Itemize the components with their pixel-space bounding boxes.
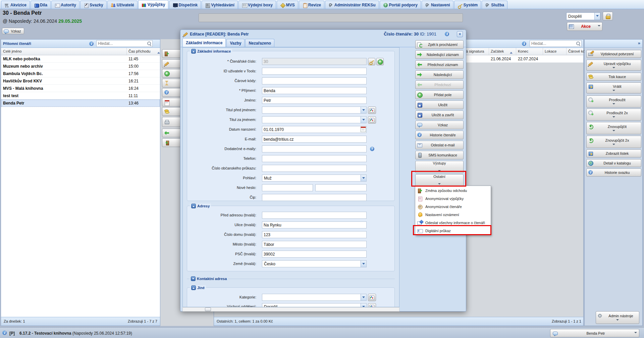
edit-list-button[interactable] [368,107,376,114]
collapse-icon[interactable] [191,49,196,54]
table-row-selected[interactable]: Benda Petr13:46 [1,99,160,107]
column-header-time[interactable]: Čas příchodu [128,49,150,53]
tab-sluzba[interactable]: Služba [482,1,507,9]
titul-za-select[interactable] [262,116,367,123]
tisk-kauce-button[interactable]: Tisk kauce [586,73,641,81]
tab-dila[interactable]: Díla [31,1,51,9]
tab-vazby[interactable]: Vazby [226,39,245,47]
edit-list-button[interactable] [368,303,376,307]
table-row[interactable]: MVS - Malá knihovna16:24 [1,85,160,92]
collapse-icon[interactable] [191,285,196,290]
expand-icon[interactable] [191,276,196,281]
calendar-icon[interactable] [361,127,366,132]
info-icon[interactable] [522,41,526,46]
menu-item-nastaveni-oznameni[interactable]: Nastavení oznámení [416,211,490,219]
upravit-vypujcku-button[interactable]: Upravit výpůjčku [586,60,641,71]
prodlouzit-button[interactable]: Prodloužit [586,95,641,108]
akce-button[interactable]: Akce [567,22,602,31]
vratit-button[interactable]: Vrátit [586,82,641,93]
psc-field[interactable] [262,251,367,258]
ulozit-a-zavrit-button[interactable]: Uložit a zavřít [415,111,464,119]
jmeno-field[interactable] [262,97,367,104]
tab-vydejni-boxy[interactable]: Výdejní boxy [238,1,276,9]
column-header-signatura[interactable]: á signatura [466,49,484,53]
predchozi-button[interactable]: Předchozí [415,80,464,89]
titul-pred-select[interactable] [262,107,367,114]
datum-narozeni-field[interactable] [262,126,367,133]
detail-v-katalogu-button[interactable]: Detail v katalogu [586,159,641,167]
tab-uzivatele[interactable]: Uživatelé [107,1,138,9]
info-icon[interactable] [2,330,7,335]
readers-search-input[interactable] [96,40,153,47]
collapse-icon[interactable] [191,204,196,208]
cip-field[interactable] [262,194,367,201]
tab-administrator-reksu[interactable]: Administrátor REKSu [325,1,379,9]
pohlavi-select[interactable]: Muž [262,175,367,182]
menu-item-anonymizovat-vypujcky[interactable]: Anonymizovat výpůjčky [416,195,490,203]
column-header-lokace[interactable]: Lokace [545,49,556,53]
menu-item-zmena-zpusobu-odchodu[interactable]: Změna způsobu odchodu [416,187,490,195]
pridat-pole-button[interactable]: Přidat pole [415,90,464,99]
znovupujcit-button[interactable]: Znovupůjčit [586,122,641,134]
zpet-k-prochazeni-button[interactable]: Zpět k procházení [415,40,464,49]
dodatecne-emaily-field[interactable] [262,145,367,152]
nove-heslo-confirm-field[interactable] [315,184,367,191]
email-field[interactable] [262,136,367,143]
form-h-scrollbar[interactable] [182,307,399,312]
vytisknout-potvrzeni-button[interactable]: Vytisknout potvrzení [586,50,641,58]
ulice-field[interactable] [262,221,367,228]
lock-button[interactable] [603,12,613,20]
table-row[interactable]: MLK nebo pobočka11:45 [1,55,160,63]
sms-komunikace-button[interactable]: SMS komunikace [415,151,464,159]
vystupy-button[interactable]: Výstupy [415,161,464,173]
table-row[interactable]: Bambula Vojtěch Bc.17:56 [1,70,160,77]
predchozi-zaznam-button[interactable]: Předchozí záznam [415,60,464,69]
vzkaz-button[interactable]: Vzkaz [2,28,24,34]
tab-vypujcky[interactable]: Výpůjčky [138,0,169,9]
key-button[interactable] [368,58,375,65]
zobrazit-listek-button[interactable]: Zobrazit lístek [586,149,641,157]
loans-search-input[interactable] [530,40,582,47]
tab-system[interactable]: Systém [454,1,481,9]
odeslat-email-button[interactable]: Odeslat e-mail [415,141,464,149]
ostatni-button[interactable]: Ostatní [415,174,464,186]
cislo-domu-field[interactable] [262,231,367,238]
historie-ctenare-button[interactable]: Historie čtenáře [415,131,464,139]
zeme-select[interactable]: Česko [262,260,367,267]
tab-dispecink[interactable]: Dispečink [169,1,201,9]
tab-portal-podpory[interactable]: Portál podpory [380,1,421,9]
info-icon[interactable] [89,41,94,46]
tab-revize[interactable]: Revize [299,1,324,9]
menu-item-anonymizovat-ctenare[interactable]: Anonymizovat čtenáře [416,203,490,211]
table-row[interactable]: Havlíčkův Brod KKV16:21 [1,77,160,85]
help-icon[interactable] [370,146,375,152]
department-select[interactable]: Dospělí [566,12,600,20]
menu-item-digitalni-prukaz[interactable]: Digitální průkaz [416,227,490,235]
add-number-button[interactable] [376,58,384,65]
historie-svazku-button[interactable]: Historie svazku [586,168,641,177]
tab-vyhledavani[interactable]: Vyhledávání [202,1,238,9]
table-row[interactable]: Muzeum nebo archiv15:00 [1,63,160,70]
tab-autority[interactable]: Autority [51,1,79,9]
collapse-panel-icon[interactable]: » [638,41,640,46]
pred-adresou-field[interactable] [262,212,367,219]
vzkaz-button[interactable]: Vzkaz [415,121,464,129]
mesto-field[interactable] [262,241,367,248]
column-header-konec[interactable]: Konec [518,49,528,53]
ulozit-button[interactable]: Uložit [415,100,464,109]
nasledujici-zaznam-button[interactable]: Následující záznam [415,50,464,59]
obcansky-prukaz-field[interactable] [262,165,367,172]
scrollbar-thumb[interactable] [205,308,211,311]
prodlouzit-2x-button[interactable]: Prodloužit 2x [586,109,641,121]
column-header-zacatek[interactable]: Začátek [491,49,504,53]
search-icon[interactable] [147,41,151,46]
znovupujcit-2x-button[interactable]: Znovupůjčit 2x [586,136,641,148]
edit-list-button[interactable] [368,116,376,124]
close-icon[interactable]: × [457,31,463,37]
admin-nastroje-button[interactable]: Admin nástroje [596,311,639,324]
telefon-field[interactable] [262,155,367,162]
tab-nezarazeno[interactable]: Nezařazeno [245,39,274,47]
quick-input-disabled[interactable] [199,13,463,22]
info-icon[interactable] [444,31,449,36]
tab-zakladni-informace[interactable]: Základní informace [182,38,226,47]
